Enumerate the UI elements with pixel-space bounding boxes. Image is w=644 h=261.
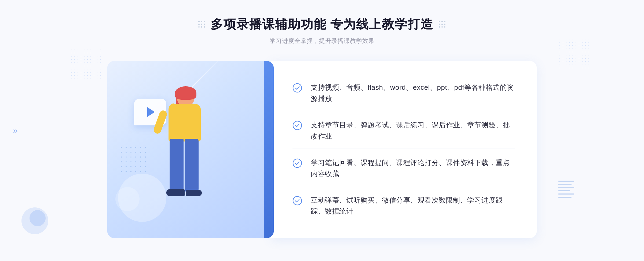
content-wrapper: 支持视频、音频、flash、word、excel、ppt、pdf等各种格式的资源…: [107, 61, 537, 238]
page-container: 多项录播课辅助功能 专为线上教学打造 学习进度全掌握，提升录播课教学效果 »: [0, 0, 644, 261]
feature-item-4: 互动弹幕、试听购买、微信分享、观看次数限制、学习进度跟踪、数据统计: [292, 188, 515, 223]
dot-pattern-top-right: [558, 38, 590, 70]
subtitle: 学习进度全掌握，提升录播课教学效果: [198, 37, 446, 45]
person-pants-left: [170, 139, 184, 192]
chevron-symbol: »: [13, 126, 18, 135]
person-hair: [175, 86, 196, 100]
feature-item-2: 支持章节目录、弹题考试、课后练习、课后作业、章节测验、批改作业: [292, 113, 515, 148]
decorator-grid-right: [439, 21, 446, 28]
person-body: [169, 104, 201, 141]
person-shoe-right: [186, 190, 202, 196]
light-beam: [188, 61, 226, 91]
svg-point-0: [293, 84, 302, 92]
bottom-left-circle-inner: [30, 210, 46, 226]
person-shoe-left: [166, 189, 185, 196]
left-chevrons-decoration: »: [13, 126, 18, 135]
feature-text-3: 学习笔记回看、课程提问、课程评论打分、课件资料下载，重点内容收藏: [311, 157, 515, 180]
right-decorator: [439, 21, 446, 28]
person-arm-left: [153, 109, 168, 135]
stripe-line-6: [558, 197, 572, 198]
accent-bar: [264, 61, 274, 238]
main-title: 多项录播课辅助功能 专为线上教学打造: [211, 16, 434, 33]
feature-item-3: 学习笔记回看、课程提问、课程评论打分、课件资料下载，重点内容收藏: [292, 151, 515, 186]
stripe-line-2: [558, 184, 572, 185]
features-panel: 支持视频、音频、flash、word、excel、ppt、pdf等各种格式的资源…: [271, 61, 537, 238]
stripe-line-4: [558, 190, 570, 191]
check-icon-3: [292, 158, 302, 168]
stripe-line-1: [558, 181, 574, 182]
decorator-grid-left: [198, 21, 205, 28]
check-icon-2: [292, 121, 302, 130]
stripe-decoration: [558, 181, 574, 207]
deco-circle-small: [115, 187, 140, 211]
svg-point-3: [293, 196, 302, 205]
feature-text-4: 互动弹幕、试听购买、微信分享、观看次数限制、学习进度跟踪、数据统计: [311, 195, 515, 217]
check-icon-4: [292, 196, 302, 206]
dot-pattern-top-left: [70, 48, 102, 80]
header-title-wrapper: 多项录播课辅助功能 专为线上教学打造: [198, 16, 446, 33]
person-figure: [140, 83, 220, 238]
stripe-line-3: [558, 187, 574, 188]
feature-item-1: 支持视频、音频、flash、word、excel、ppt、pdf等各种格式的资源…: [292, 76, 515, 111]
stripe-line-5: [558, 193, 574, 195]
header-section: 多项录播课辅助功能 专为线上教学打造 学习进度全掌握，提升录播课教学效果: [198, 0, 446, 45]
left-decorator: [198, 21, 205, 28]
check-icon-1: [292, 83, 302, 93]
feature-text-2: 支持章节目录、弹题考试、课后练习、课后作业、章节测验、批改作业: [311, 120, 515, 142]
person-pants-right: [185, 139, 199, 192]
feature-text-1: 支持视频、音频、flash、word、excel、ppt、pdf等各种格式的资源…: [311, 82, 515, 104]
illustration-panel: [107, 61, 274, 238]
svg-point-2: [293, 159, 302, 167]
svg-point-1: [293, 121, 302, 130]
